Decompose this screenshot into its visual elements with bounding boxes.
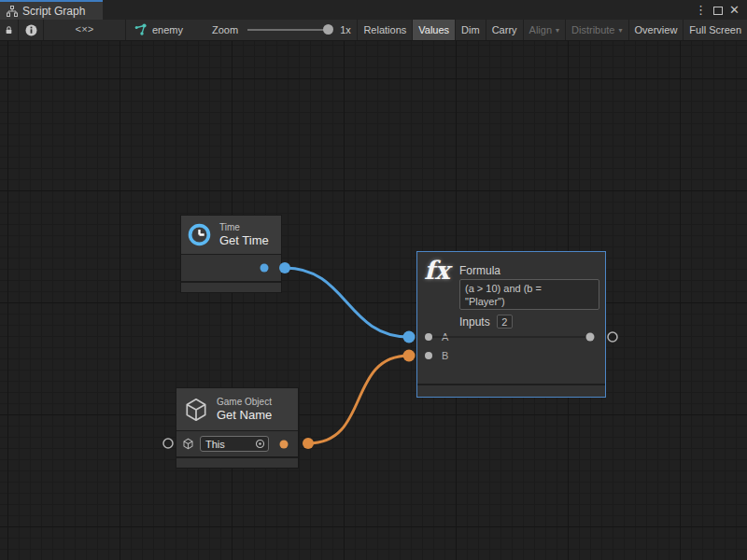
graph-breadcrumb[interactable]: enemy (126, 20, 204, 40)
inputs-count-field[interactable]: 2 (497, 315, 513, 329)
wire-overlay (0, 0, 747, 560)
expression-line-2: "Player") (465, 295, 594, 308)
overview-label: Overview (635, 24, 678, 35)
info-icon (25, 24, 37, 36)
maximize-box (713, 7, 723, 15)
graph-toolbar: <×> enemy Zoom 1x Relations Values Dim C… (0, 20, 747, 41)
graph-name-label: enemy (152, 24, 183, 35)
relations-label: Relations (363, 24, 406, 35)
get-name-input-unconnected-ring[interactable] (163, 439, 173, 448)
formula-fx-icon: fx (424, 256, 450, 285)
lock-button[interactable] (0, 20, 18, 40)
target-object-field[interactable]: This (200, 436, 269, 452)
clock-icon (187, 222, 212, 247)
inputs-label: Inputs (459, 315, 490, 329)
embed-code-button[interactable]: <×> (44, 20, 125, 40)
hierarchy-icon (7, 6, 18, 17)
object-picker-icon[interactable] (255, 439, 265, 449)
wire-get-time-to-formula[interactable] (285, 268, 409, 337)
get-name-footer (176, 456, 298, 468)
lock-icon (5, 24, 13, 36)
values-label: Values (418, 24, 449, 35)
node-get-time[interactable]: Time Get Time (180, 215, 282, 293)
carry-label: Carry (492, 24, 517, 35)
node-title: Get Time (219, 233, 269, 247)
wire-endpoint-orange-source[interactable] (303, 438, 314, 449)
distribute-label: Distribute (571, 24, 614, 35)
zoom-label: Zoom (212, 24, 238, 35)
input-port-b-label: B (442, 350, 448, 361)
node-category: Game Object (217, 397, 272, 408)
node-title: Formula (459, 264, 500, 277)
chevron-down-icon: ▾ (619, 26, 623, 35)
tab-title: Script Graph (22, 5, 85, 18)
code-icon: <×> (76, 24, 94, 35)
dim-label: Dim (461, 24, 480, 35)
zoom-control: Zoom 1x (204, 20, 354, 40)
target-object-value: This (205, 439, 225, 450)
window-tab-bar: Script Graph ⋮ ✕ (0, 0, 747, 20)
wire-get-name-to-formula[interactable] (308, 356, 409, 443)
values-button[interactable]: Values (413, 20, 455, 40)
get-time-port-row (181, 254, 281, 281)
cube-icon (183, 397, 209, 423)
relations-button[interactable]: Relations (358, 20, 412, 40)
node-title: Get Name (217, 408, 272, 422)
close-icon[interactable]: ✕ (729, 4, 740, 16)
get-name-port-row: This (176, 430, 298, 456)
wire-endpoint-blue-target[interactable] (403, 331, 416, 343)
zoom-slider-handle[interactable] (323, 24, 333, 35)
get-time-header: Time Get Time (181, 216, 281, 254)
input-port-a-label: A (442, 331, 448, 343)
wire-endpoint-orange-target[interactable] (403, 350, 416, 362)
formula-footer-divider (417, 384, 605, 385)
align-button[interactable]: Align▾ (524, 20, 565, 40)
carry-button[interactable]: Carry (486, 20, 523, 40)
distribute-button[interactable]: Distribute▾ (566, 20, 627, 40)
formula-output-unconnected-ring[interactable] (608, 332, 617, 342)
menu-icon[interactable]: ⋮ (695, 4, 707, 16)
cube-icon-small (182, 438, 194, 450)
node-get-name[interactable]: Game Object Get Name This (176, 387, 299, 469)
formula-inputs-row: Inputs 2 (459, 315, 513, 329)
zoom-value: 1x (340, 24, 351, 35)
overview-button[interactable]: Overview (629, 20, 684, 40)
get-name-header: Game Object Get Name (176, 388, 298, 430)
info-button[interactable] (19, 20, 43, 40)
formula-expression-field[interactable]: (a > 10) and (b = "Player") (459, 279, 599, 310)
zoom-slider[interactable] (247, 29, 331, 31)
chevron-down-icon: ▾ (556, 26, 559, 35)
full-screen-button[interactable]: Full Screen (684, 20, 747, 40)
maximize-icon[interactable] (713, 2, 723, 19)
expression-line-1: (a > 10) and (b = (465, 282, 594, 295)
toolbar-toggle-group: Relations Values Dim Carry Align▾ Distri… (357, 20, 747, 40)
align-label: Align (529, 24, 552, 35)
window-controls: ⋮ ✕ (695, 0, 747, 20)
get-time-footer (181, 281, 281, 292)
dim-button[interactable]: Dim (456, 20, 486, 40)
node-formula[interactable]: fx Formula (a > 10) and (b = "Player") I… (416, 251, 606, 398)
script-graph-asset-icon (134, 23, 147, 36)
tab-script-graph[interactable]: Script Graph (0, 0, 103, 20)
full-screen-label: Full Screen (689, 24, 741, 35)
node-category: Time (219, 222, 269, 233)
graph-canvas[interactable]: Time Get Time Game Object Get Name This (0, 41, 747, 560)
